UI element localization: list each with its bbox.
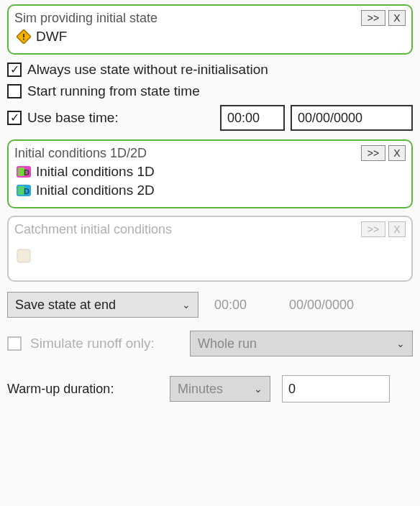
close-button[interactable]: X [388,145,406,161]
expand-button[interactable]: >> [361,10,385,26]
simulate-runoff-row: Simulate runoff only: Whole run ⌄ [7,331,413,356]
initial-conditions-1d-item[interactable]: D Initial conditions 1D [14,162,406,181]
simulate-runoff-checkbox [7,336,22,351]
item-label: Initial conditions 2D [36,183,155,198]
svg-text:D: D [24,168,29,177]
ic-2d-icon: D [16,183,32,198]
always-use-checkbox[interactable]: ✓ [7,63,22,77]
group-header: Sim providing initial state >> X [14,9,406,27]
group-buttons: >> X [361,10,406,26]
catchment-placeholder-icon [16,248,32,264]
catchment-placeholder-item [14,239,406,273]
check-icon: ✓ [10,112,19,124]
runoff-scope-select: Whole run ⌄ [190,331,413,356]
svg-rect-1 [23,34,24,37]
item-label: DWF [36,29,67,45]
group-buttons: >> X [361,221,406,237]
group-title: Initial conditions 1D/2D [14,146,147,161]
expand-button: >> [361,221,385,237]
diamond-warning-icon [16,29,32,45]
start-from-state-time-row: Start running from state time [7,83,413,99]
group-title: Catchment initial conditions [14,222,172,237]
initial-conditions-group: Initial conditions 1D/2D >> X D Initial … [7,139,413,208]
select-value: Whole run [198,336,257,351]
warmup-label: Warm-up duration: [7,382,158,397]
base-date-input[interactable] [291,105,413,131]
svg-rect-2 [23,39,24,40]
select-value: Minutes [178,382,223,397]
use-base-time-checkbox[interactable]: ✓ [7,111,22,125]
save-state-time: 00:00 [209,292,273,318]
item-label: Initial conditions 1D [36,164,155,180]
close-button: X [388,221,406,237]
initial-conditions-2d-item[interactable]: D Initial conditions 2D [14,181,406,200]
dwf-item[interactable]: DWF [14,27,406,46]
group-buttons: >> X [361,145,406,161]
save-state-date: 00/00/0000 [283,292,406,318]
check-icon: ✓ [10,64,19,75]
svg-rect-9 [17,249,30,262]
group-header: Catchment initial conditions >> X [14,220,406,239]
base-time-input[interactable] [220,105,285,131]
save-state-select[interactable]: Save state at end ⌄ [7,292,198,318]
warmup-row: Warm-up duration: Minutes ⌄ [7,375,413,402]
select-value: Save state at end [15,298,116,313]
warmup-value-input[interactable] [282,375,390,402]
start-from-state-time-checkbox[interactable] [7,84,22,98]
catchment-initial-conditions-group: Catchment initial conditions >> X [7,216,413,282]
chevron-down-icon: ⌄ [182,299,191,310]
chevron-down-icon: ⌄ [254,383,262,395]
always-use-state-row: ✓ Always use state without re-initialisa… [7,62,413,78]
chevron-down-icon: ⌄ [396,338,405,349]
group-title: Sim providing initial state [14,11,158,26]
checkbox-label: Use base time: [27,110,119,126]
expand-button[interactable]: >> [361,145,385,161]
svg-text:D: D [24,187,29,196]
close-button[interactable]: X [388,10,406,26]
group-header: Initial conditions 1D/2D >> X [14,144,406,162]
sim-initial-state-group: Sim providing initial state >> X DWF [7,4,413,55]
checkbox-label: Simulate runoff only: [30,336,181,351]
use-base-time-row: ✓ Use base time: [7,105,413,131]
save-state-row: Save state at end ⌄ 00:00 00/00/0000 [7,292,413,318]
checkbox-label: Start running from state time [27,83,200,99]
warmup-unit-select: Minutes ⌄ [170,376,270,402]
ic-1d-icon: D [16,164,32,180]
checkbox-label: Always use state without re-initialisati… [27,62,268,78]
